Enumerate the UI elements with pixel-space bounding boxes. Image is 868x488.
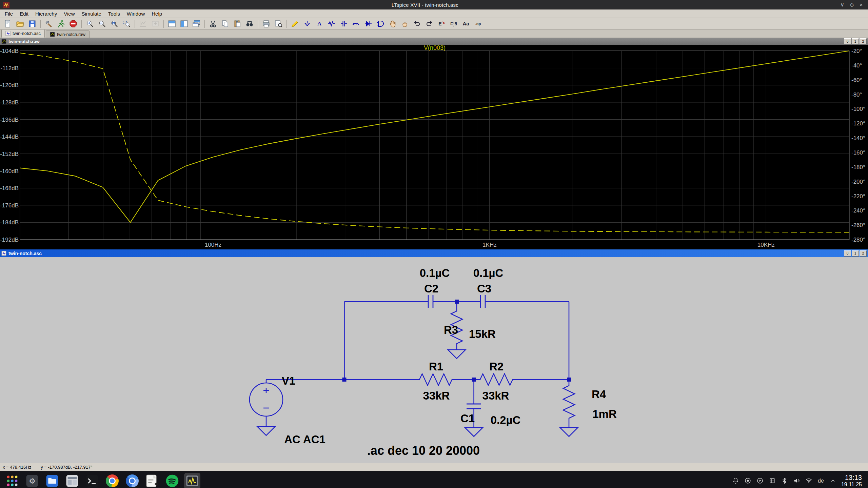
menu-help[interactable]: Help: [148, 11, 165, 17]
close-button[interactable]: ×: [860, 2, 863, 8]
toolbar-drag-button[interactable]: [399, 19, 411, 29]
label-V1-value[interactable]: AC AC1: [284, 433, 326, 446]
menu-window[interactable]: Window: [123, 11, 148, 17]
schematic-window-minimize-button[interactable]: 0: [844, 250, 851, 257]
tray-keyboard-layout-icon[interactable]: de: [817, 478, 824, 484]
toolbar-undo-button[interactable]: [411, 19, 423, 29]
waveform-window-minimize-button[interactable]: 0: [844, 38, 851, 44]
tab-twin-notch.asc[interactable]: twin-notch.asc: [1, 29, 45, 38]
waveform-window-close-button[interactable]: 2: [860, 38, 867, 44]
component-R2[interactable]: [478, 374, 515, 385]
menu-view[interactable]: View: [60, 11, 78, 17]
taskbar-app-launcher-icon[interactable]: [4, 473, 20, 488]
taskbar-chrome-icon[interactable]: [104, 473, 120, 488]
toolbar-redo-button[interactable]: [423, 19, 435, 29]
taskbar-terminal-icon[interactable]: [84, 473, 100, 488]
ground-symbols[interactable]: [257, 350, 578, 436]
label-C2-value[interactable]: 0.1µC: [420, 267, 450, 279]
label-R4-name[interactable]: R4: [592, 388, 606, 401]
toolbar-zoom-in-button[interactable]: [84, 19, 96, 29]
toolbar-component-button[interactable]: [374, 19, 387, 29]
component-C1[interactable]: [467, 404, 481, 409]
component-C3[interactable]: [480, 295, 485, 308]
toolbar-capacitor-button[interactable]: [338, 19, 350, 29]
tray-bluetooth-icon[interactable]: [781, 477, 788, 484]
toolbar-zoom-full-extents-button[interactable]: [108, 19, 120, 29]
toolbar-cascade-windows-button[interactable]: [190, 19, 202, 29]
toolbar-zoom-out-button[interactable]: [96, 19, 108, 29]
toolbar-copy-button[interactable]: [219, 19, 231, 29]
label-R3-value[interactable]: 15kR: [469, 328, 496, 340]
label-C1-name[interactable]: C1: [460, 412, 475, 425]
tray-clipboard-box-icon[interactable]: [769, 477, 776, 484]
schematic-window-close-button[interactable]: 2: [860, 250, 867, 257]
toolbar-save-file-button[interactable]: [26, 19, 38, 29]
toolbar-marker-pen-button[interactable]: [289, 19, 301, 29]
menu-simulate[interactable]: Simulate: [78, 11, 104, 17]
tray-notification-bell-icon[interactable]: [732, 477, 739, 484]
label-V1-name[interactable]: V1: [282, 374, 295, 387]
toolbar-zoom-area-button[interactable]: [120, 19, 133, 29]
toolbar-run-simulation-button[interactable]: [55, 19, 67, 29]
tab-twin-notch.raw[interactable]: twin-notch.raw: [46, 30, 90, 38]
waveform-window-titlebar[interactable]: twin-notch.raw 012: [0, 38, 868, 45]
toolbar-cut-button[interactable]: [207, 19, 219, 29]
spice-directive-text[interactable]: .ac dec 10 20 20000: [367, 444, 480, 458]
wires[interactable]: [266, 302, 569, 428]
label-C3-value[interactable]: 0.1µC: [473, 267, 504, 279]
tray-screen-record-icon[interactable]: [744, 477, 751, 484]
waveform-window-maximize-button[interactable]: 1: [852, 38, 859, 44]
maximize-button[interactable]: ◇: [850, 2, 854, 8]
toolbar-tile-vertical-button[interactable]: [178, 19, 190, 29]
tray-volume-icon[interactable]: [793, 477, 800, 484]
label-C3-name[interactable]: C3: [477, 282, 491, 295]
label-R1-value[interactable]: 33kR: [423, 389, 450, 402]
component-V1[interactable]: [250, 383, 283, 416]
toolbar-spice-directive-button[interactable]: .op: [472, 19, 484, 29]
toolbar-pan-view-button[interactable]: [149, 19, 161, 29]
schematic-window-maximize-button[interactable]: 1: [852, 250, 859, 257]
toolbar-diode-button[interactable]: [362, 19, 374, 29]
toolbar-move-button[interactable]: [387, 19, 399, 29]
window-titlebar[interactable]: LTspice XVII - twin-notch.asc ∨ ◇ ×: [0, 0, 868, 9]
label-C2-name[interactable]: C2: [424, 282, 438, 295]
schematic-window-titlebar[interactable]: twin-notch.asc 012: [0, 249, 868, 257]
label-R1-name[interactable]: R1: [429, 360, 443, 373]
toolbar-paste-button[interactable]: [231, 19, 243, 29]
tray-media-play-icon[interactable]: [756, 477, 764, 484]
toolbar-halt-simulation-button[interactable]: [67, 19, 79, 29]
menu-edit[interactable]: Edit: [16, 11, 32, 17]
toolbar-mirror-button[interactable]: E∃: [448, 19, 460, 29]
toolbar-new-schematic-button[interactable]: [2, 19, 14, 29]
schematic-canvas[interactable]: 0.1µC 0.1µC C2 C3 R3 15kR R1 R2 V1 33kR …: [0, 257, 868, 463]
toolbar-tile-horizontal-button[interactable]: [166, 19, 178, 29]
taskbar-clock[interactable]: 13:13 19.11.25: [841, 474, 862, 487]
minimize-button[interactable]: ∨: [841, 2, 844, 8]
component-R1[interactable]: [418, 374, 454, 385]
toolbar-control-panel-button[interactable]: [43, 19, 55, 29]
menu-hierarchy[interactable]: Hierarchy: [32, 11, 60, 17]
taskbar-files-app-icon[interactable]: [44, 473, 60, 488]
taskbar-settings-app-icon[interactable]: ⚙: [24, 473, 40, 488]
toolbar-open-file-button[interactable]: [14, 19, 26, 29]
label-R2-name[interactable]: R2: [489, 360, 504, 373]
toolbar-autorange-button[interactable]: [137, 19, 149, 29]
toolbar-text-tool-button[interactable]: Aa: [460, 19, 472, 29]
component-C2[interactable]: [428, 295, 433, 308]
menu-file[interactable]: File: [1, 11, 16, 17]
tray-wifi-icon[interactable]: [805, 477, 812, 484]
label-R4-value[interactable]: 1mR: [592, 408, 617, 420]
waveform-plot[interactable]: -104dB-112dB-120dB-128dB-136dB-144dB-152…: [0, 45, 868, 249]
taskbar-ltspice-icon[interactable]: [184, 473, 200, 488]
label-R2-value[interactable]: 33kR: [482, 389, 509, 402]
taskbar-text-editor-icon[interactable]: [144, 473, 160, 488]
toolbar-ground-symbol-button[interactable]: [301, 19, 313, 29]
taskbar-file-manager-icon[interactable]: [64, 473, 80, 488]
component-R4[interactable]: [563, 384, 575, 420]
menu-tools[interactable]: Tools: [105, 11, 123, 17]
toolbar-net-label-button[interactable]: A: [313, 19, 326, 29]
toolbar-resistor-button[interactable]: [326, 19, 338, 29]
toolbar-print-button[interactable]: [260, 19, 272, 29]
tray-tray-expand-icon[interactable]: [829, 477, 836, 484]
taskbar-spotify-icon[interactable]: [164, 473, 180, 488]
